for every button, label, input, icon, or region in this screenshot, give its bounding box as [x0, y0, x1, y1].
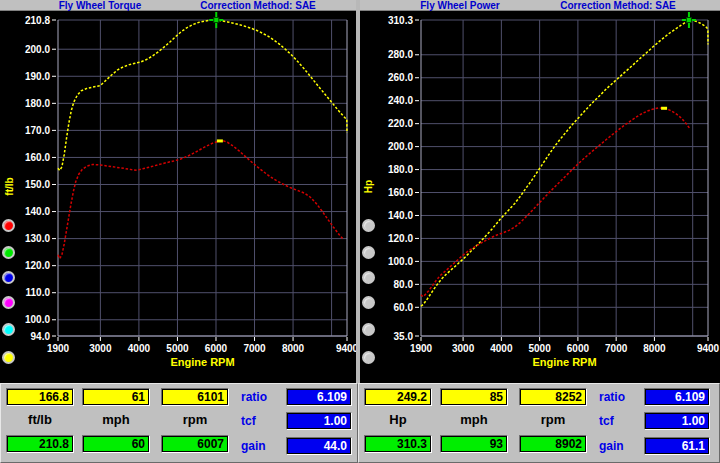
power-run2-value-box: 310.3 [364, 435, 432, 453]
readouts-row: 166.8 61 6101 ft/lb mph rpm 210.8 60 600… [0, 383, 720, 463]
x-tick-label: 5000 [166, 343, 189, 354]
y-tick-label: 94.0 [31, 331, 51, 342]
power-unit-label: Hp [364, 411, 432, 428]
torque-chart-area[interactable]: 210.8200.0190.0180.0170.0160.0150.0140.0… [0, 11, 356, 383]
x-tick-label: 1900 [410, 343, 433, 354]
run-select-button-4[interactable] [362, 296, 375, 309]
reference-run-marker [217, 139, 223, 142]
speed-unit-label: mph [82, 411, 150, 428]
run-select-button-2[interactable] [362, 246, 375, 259]
power-run1-value-box: 249.2 [364, 388, 432, 406]
run-select-button-2[interactable] [2, 246, 15, 259]
torque-unit-label: ft/lb [6, 411, 74, 428]
y-tick-label: 200.0 [388, 141, 413, 152]
run-select-button-3[interactable] [362, 271, 375, 284]
y-tick-label: 200.0 [25, 44, 50, 55]
y-tick-label: 140.0 [388, 210, 413, 221]
y-tick-label: 120.0 [25, 260, 50, 271]
y-tick-label: 140.0 [25, 206, 50, 217]
rpm-run1-value-box: 8252 [519, 388, 587, 406]
run-select-button-5[interactable] [2, 323, 15, 336]
x-tick-label: 6000 [567, 343, 590, 354]
gain-label: gain [241, 439, 283, 453]
speed-run1-value-box: 85 [440, 388, 508, 406]
power-chart-panel: Fly Wheel Power Correction Method: SAE 3… [360, 0, 720, 383]
speed-run2-value-box: 93 [440, 435, 508, 453]
torque-run2-value-box: 210.8 [6, 435, 74, 453]
x-tick-label: 4000 [128, 343, 151, 354]
x-tick-label: 8000 [282, 343, 305, 354]
y-tick-label: 210.8 [25, 15, 50, 26]
power-panel-title: Fly Wheel Power [390, 0, 530, 11]
cursor-crosshair[interactable] [214, 18, 219, 23]
run-select-button-5[interactable] [362, 323, 375, 336]
x-tick-label: 1900 [47, 343, 70, 354]
x-tick-label: 4000 [490, 343, 513, 354]
run-select-button-3[interactable] [2, 271, 15, 284]
speed-run2-value-box: 60 [82, 435, 150, 453]
gain-field[interactable]: 61.1 [644, 437, 710, 455]
y-tick-label: 220.0 [388, 118, 413, 129]
ratio-label: ratio [241, 390, 283, 404]
y-tick-label: 35.0 [394, 331, 414, 342]
ratio-field[interactable]: 6.109 [286, 388, 352, 406]
x-tick-label: 3000 [89, 343, 112, 354]
current-run-power-trace [421, 20, 708, 306]
torque-run1-value-box: 166.8 [6, 388, 74, 406]
y-tick-label: 180.0 [388, 164, 413, 175]
reference-run-power-trace [421, 108, 690, 297]
ratio-label: ratio [599, 390, 641, 404]
rpm-unit-label: rpm [519, 411, 587, 428]
cursor-crosshair[interactable] [686, 18, 691, 23]
reference-run-marker [661, 107, 667, 110]
power-correction-method-label: Correction Method: SAE [543, 0, 693, 11]
torque-panel-title: Fly Wheel Torque [30, 0, 170, 11]
speed-run1-value-box: 61 [82, 388, 150, 406]
rpm-unit-label: rpm [161, 411, 229, 428]
run-select-button-1[interactable] [362, 219, 375, 232]
y-tick-label: 310.3 [388, 15, 413, 26]
y-tick-label: 240.0 [388, 95, 413, 106]
y-tick-label: 280.0 [388, 49, 413, 60]
tcf-label: tcf [599, 414, 641, 428]
run-select-button-4[interactable] [2, 296, 15, 309]
y-tick-label: 160.0 [388, 187, 413, 198]
speed-unit-label: mph [440, 411, 508, 428]
x-axis-title: Engine RPM [532, 356, 596, 368]
x-tick-label: 9400 [697, 343, 720, 354]
y-tick-label: 100.0 [25, 314, 50, 325]
x-tick-label: 3000 [452, 343, 475, 354]
y-tick-label: 180.0 [25, 98, 50, 109]
y-tick-label: 130.0 [25, 233, 50, 244]
run-select-button-6[interactable] [362, 351, 375, 364]
tcf-field[interactable]: 1.00 [286, 412, 352, 430]
y-tick-label: 80.0 [394, 279, 414, 290]
power-chart-svg[interactable]: 310.3280.0260.0240.0220.0200.0180.0160.0… [360, 11, 720, 383]
tcf-label: tcf [241, 414, 283, 428]
torque-chart-svg[interactable]: 210.8200.0190.0180.0170.0160.0150.0140.0… [0, 11, 356, 383]
tcf-field[interactable]: 1.00 [644, 412, 710, 430]
rpm-run2-value-box: 6007 [161, 435, 229, 453]
power-panel-header: Fly Wheel Power Correction Method: SAE [360, 0, 720, 11]
ratio-field[interactable]: 6.109 [644, 388, 710, 406]
x-tick-label: 7000 [243, 343, 266, 354]
y-tick-label: 190.0 [25, 71, 50, 82]
torque-run-buttons [2, 208, 20, 368]
power-chart-area[interactable]: 310.3280.0260.0240.0220.0200.0180.0160.0… [360, 11, 720, 383]
dyno-software-window: Fly Wheel Torque Correction Method: SAE … [0, 0, 720, 463]
power-run-buttons [362, 208, 380, 368]
y-tick-label: 160.0 [25, 152, 50, 163]
y-tick-label: 60.0 [394, 302, 414, 313]
y-tick-label: 120.0 [388, 233, 413, 244]
x-tick-label: 9400 [336, 343, 356, 354]
y-tick-label: 260.0 [388, 72, 413, 83]
charts-row: Fly Wheel Torque Correction Method: SAE … [0, 0, 720, 383]
torque-panel-header: Fly Wheel Torque Correction Method: SAE [0, 0, 356, 11]
run-select-button-1[interactable] [2, 219, 15, 232]
gain-field[interactable]: 44.0 [286, 437, 352, 455]
run-select-button-6[interactable] [2, 351, 15, 364]
x-axis-title: Engine RPM [170, 356, 234, 368]
power-readout-panel: 249.2 85 8252 Hp mph rpm 310.3 93 8902 r… [358, 383, 720, 463]
x-tick-label: 8000 [643, 343, 666, 354]
torque-readout-panel: 166.8 61 6101 ft/lb mph rpm 210.8 60 600… [0, 383, 358, 463]
